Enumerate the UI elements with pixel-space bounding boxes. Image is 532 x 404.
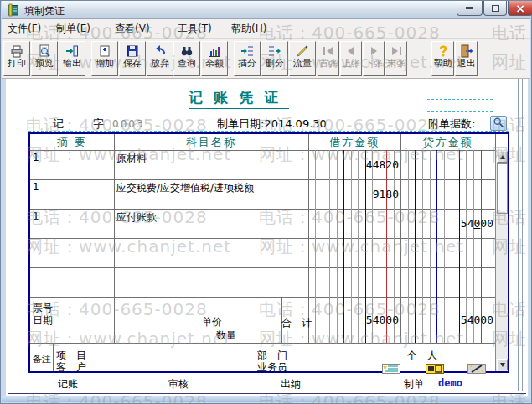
vertical-scrollbar[interactable]	[495, 150, 508, 371]
ledger-line	[358, 150, 359, 179]
row-1-account[interactable]: 原材料	[116, 152, 147, 166]
toolbar-button-last: 末张	[385, 41, 407, 76]
toolbar-button-label: 删分	[266, 59, 284, 69]
row-5-debit-cell[interactable]	[308, 267, 400, 297]
ledger-line	[365, 238, 366, 267]
query-icon	[180, 44, 194, 58]
total-credit-cell[interactable]: 54000	[400, 297, 495, 343]
toolbar-button-delete-entry[interactable]: 删分	[261, 41, 288, 76]
ledger-line	[452, 209, 452, 238]
prev-icon	[344, 44, 358, 58]
toolbar-button-export[interactable]: 输出	[59, 41, 85, 76]
divider	[518, 79, 519, 391]
row-3-credit-amount[interactable]: 54000	[461, 217, 493, 230]
scroll-up-button[interactable]	[497, 151, 508, 163]
row-1-debit-cell[interactable]: 44820	[308, 150, 400, 179]
ledger-line	[459, 267, 460, 297]
make-date[interactable]: 制单日期:2014.09.30	[217, 117, 327, 132]
ledger-line	[358, 238, 359, 267]
ledger-line	[380, 238, 380, 267]
header-dashed-line-1	[427, 99, 493, 100]
ledger-line	[436, 150, 437, 179]
ledger-line	[351, 267, 352, 297]
ledger-line	[343, 238, 344, 267]
ledger-line	[466, 179, 467, 209]
toolbar-button-label: 首张	[319, 59, 338, 69]
voucher-number[interactable]: 0003	[112, 118, 145, 130]
ledger-line	[422, 209, 423, 238]
attach-zoom-button[interactable]	[490, 116, 507, 131]
ledger-line	[452, 150, 452, 179]
row-1-summary[interactable]: 1	[33, 152, 39, 163]
total-debit-cell[interactable]: 54000	[308, 297, 400, 343]
save-icon	[126, 44, 139, 58]
toolbar-button-query[interactable]: 查询	[173, 41, 200, 76]
menu-item-0[interactable]: 文件(F)	[5, 19, 44, 38]
row-3-credit-cell[interactable]: 54000	[400, 209, 495, 238]
toolbar-button-balance[interactable]: 余额	[201, 41, 228, 76]
ledger-line	[343, 297, 344, 343]
ledger-line	[436, 179, 437, 209]
ledger-line	[488, 267, 488, 297]
ledger-line	[329, 150, 330, 179]
row-3-debit-cell[interactable]	[308, 209, 400, 238]
menu-item-4[interactable]: 帮助(H)	[229, 19, 269, 38]
row-1-credit-cell[interactable]	[400, 150, 495, 179]
menu-item-3[interactable]: 工具(T)	[175, 19, 214, 38]
minimize-button[interactable]	[457, 1, 483, 16]
row-3-account[interactable]: 应付账款	[116, 210, 157, 225]
toolbar-button-insert-entry[interactable]: 插分	[234, 41, 261, 76]
mail-icon-button[interactable]	[426, 361, 444, 371]
toolbar-button-save[interactable]: 保存	[119, 41, 146, 76]
row-2-account[interactable]: 应交税费/应交增值税/进项税额	[116, 181, 254, 195]
row-1-debit-amount: 44820	[366, 158, 399, 171]
row-2-summary[interactable]: 1	[33, 181, 39, 193]
row-4-credit-cell[interactable]	[400, 238, 495, 267]
ledger-line	[365, 179, 366, 209]
toolbar-button-preview[interactable]: 预览	[31, 41, 58, 76]
last-icon	[390, 44, 403, 58]
header-dashed-line-2	[427, 111, 493, 112]
ledger-line	[430, 150, 431, 179]
toolbar-button-add[interactable]: 增加	[91, 41, 118, 76]
ledger-line	[386, 267, 387, 297]
ledger-line	[459, 209, 460, 238]
toolbar-button-label: 预览	[35, 59, 54, 69]
ledger-line	[473, 267, 474, 297]
close-button[interactable]: ×	[508, 1, 532, 16]
toolbar-button-exit[interactable]: 退出	[455, 41, 478, 76]
grid-line	[114, 134, 115, 343]
ledger-line	[323, 297, 323, 343]
ledger-line	[351, 297, 352, 343]
toolbar-button-help[interactable]: 帮助	[431, 41, 454, 76]
maximize-button[interactable]	[483, 1, 507, 16]
row-4-debit-cell[interactable]	[308, 238, 400, 267]
toolbar-button-flow[interactable]: 流量	[289, 41, 316, 76]
scrollbar-thumb[interactable]	[497, 163, 508, 214]
ledger-line	[466, 267, 467, 297]
bookkeeper-label: 记账	[58, 377, 78, 391]
ledger-line	[315, 179, 316, 209]
toolbar-button-discard[interactable]: 放弃	[147, 41, 173, 76]
row-5-credit-cell[interactable]	[400, 267, 495, 297]
ledger-line	[372, 238, 373, 267]
ledger-line	[452, 238, 452, 267]
exit-icon	[460, 44, 473, 58]
remark-customer-label: 客 户	[56, 360, 86, 375]
menu-item-1[interactable]: 制单(E)	[54, 19, 93, 38]
ledger-line	[358, 179, 359, 209]
row-2-credit-cell[interactable]	[400, 179, 495, 209]
row-3-summary[interactable]: 1	[33, 210, 39, 222]
menu-item-2[interactable]: 查看(V)	[112, 19, 152, 38]
ledger-line	[386, 209, 387, 238]
wand-icon-button[interactable]	[467, 361, 486, 371]
ledger-line	[473, 238, 474, 267]
scroll-down-button[interactable]	[497, 359, 508, 370]
toolbar-button-label: 上张	[342, 59, 360, 69]
toolbar-button-print[interactable]: 打印	[3, 41, 30, 76]
voucher-word-type: 字	[93, 117, 104, 132]
ledger-line	[372, 267, 373, 297]
attach-count-label: 附单据数:	[428, 117, 475, 132]
row-2-debit-cell[interactable]: 9180	[308, 179, 400, 209]
note-icon-button[interactable]	[382, 361, 400, 371]
